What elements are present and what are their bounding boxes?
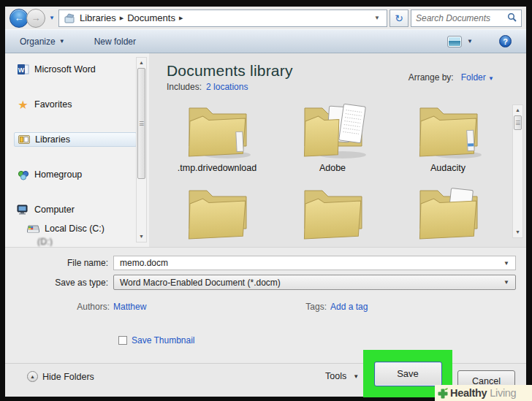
includes-label: Includes: [167, 82, 202, 92]
arrange-by-text: Folder [461, 72, 486, 83]
scroll-down-icon[interactable]: ▼ [515, 227, 520, 237]
authors-label: Authors: [5, 302, 113, 312]
breadcrumb-separator-icon[interactable]: ▶ [179, 15, 183, 21]
sidebar-item-libraries[interactable]: Libraries [14, 132, 137, 147]
sidebar-item-favorites[interactable]: ★ Favorites [14, 97, 137, 112]
folder-icon [297, 182, 368, 245]
hide-folders-label: Hide Folders [42, 372, 94, 382]
folder-item-partial[interactable] [159, 182, 275, 245]
help-icon[interactable]: ? [499, 35, 512, 47]
folder-item[interactable]: .tmp.drivedownload [159, 99, 275, 175]
new-folder-label: New folder [94, 37, 136, 47]
tags-label: Tags: [305, 302, 330, 312]
locations-link[interactable]: 2 locations [206, 82, 248, 92]
search-input[interactable]: Search Documents [411, 9, 522, 27]
save-button[interactable]: Save [374, 362, 442, 386]
folder-item-partial[interactable] [275, 182, 390, 245]
folder-name: .tmp.drivedownload [170, 162, 265, 175]
tools-button[interactable]: Tools ▼ [325, 371, 359, 381]
search-icon[interactable] [507, 12, 517, 24]
sidebar-item-label: Local Disc (C:) [45, 224, 104, 234]
breadcrumb-separator-icon[interactable]: ▶ [120, 15, 123, 21]
sidebar-scrollbar[interactable]: ▲ ☰ ▼ [136, 57, 147, 242]
scrollbar-thumb[interactable]: ☰ [137, 68, 145, 179]
watermark-bold-text: Healthy [450, 387, 487, 399]
arrange-by-label: Arrange by: [408, 72, 454, 83]
screenshot-frame: ← → ▼ Libraries ▶ Documents ▶ ▼ ↻ Search… [0, 0, 532, 401]
sidebar-item-label: Libraries [35, 134, 70, 145]
folder-icon [182, 99, 252, 162]
file-list-scrollbar[interactable]: ▲ ☰ ▼ [512, 104, 523, 238]
libraries-icon [18, 134, 30, 146]
homegroup-icon [17, 169, 29, 181]
computer-icon [17, 204, 29, 216]
breadcrumb-documents[interactable]: Documents [127, 12, 175, 23]
disk-drive-icon [27, 223, 39, 235]
sidebar-item-label: (D:) [37, 237, 53, 246]
refresh-button[interactable]: ↻ [390, 9, 408, 27]
arrange-by-value[interactable]: Folder ▼ [461, 72, 494, 83]
breadcrumb-libraries[interactable]: Libraries [80, 12, 116, 23]
save-thumbnail-checkbox[interactable] [118, 336, 127, 345]
folder-grid: .tmp.drivedownload [159, 99, 526, 245]
save-thumbnail-label: Save Thumbnail [132, 335, 195, 345]
folder-item-partial[interactable] [390, 182, 506, 245]
folder-name: Audacity [400, 162, 495, 175]
word-icon: W [17, 64, 29, 76]
svg-text:W: W [18, 66, 24, 74]
sidebar-item-homegroup[interactable]: Homegroup [14, 167, 137, 182]
save-dialog-window: ← → ▼ Libraries ▶ Documents ▶ ▼ ↻ Search… [5, 7, 526, 397]
forward-button[interactable]: → [26, 9, 45, 28]
address-row: ← → ▼ Libraries ▶ Documents ▶ ▼ ↻ Search… [5, 7, 526, 29]
hide-folders-button[interactable]: ▲ Hide Folders [27, 371, 94, 382]
command-toolbar: Organize ▼ New folder ▼ ? [5, 29, 526, 53]
tools-label: Tools [325, 371, 346, 381]
new-folder-button[interactable]: New folder [94, 37, 136, 47]
star-icon: ★ [17, 99, 29, 111]
scroll-up-icon[interactable]: ▲ [139, 58, 144, 68]
file-list-pane: Documents library Includes: 2 locations … [149, 53, 526, 247]
chevron-up-icon: ▲ [27, 371, 38, 382]
views-dropdown-icon[interactable]: ▼ [467, 38, 473, 45]
folder-with-documents-icon [413, 182, 483, 245]
sidebar-item-label: Computer [34, 205, 75, 215]
folder-with-documents-icon [297, 99, 368, 162]
add-a-tag-link[interactable]: Add a tag [330, 302, 368, 312]
save-options-panel: File name: memo.docm ▼ Save as type: Wor… [5, 247, 526, 363]
address-bar[interactable]: Libraries ▶ Documents ▶ ▼ [58, 9, 387, 27]
sidebar-item-local-disc-c[interactable]: Local Disc (C:) [24, 221, 147, 236]
history-dropdown-icon[interactable]: ▼ [49, 15, 55, 21]
chevron-down-icon: ▼ [353, 373, 359, 380]
scroll-up-icon[interactable]: ▲ [515, 105, 520, 115]
search-placeholder: Search Documents [416, 13, 507, 23]
sidebar-item-label: Favorites [34, 99, 72, 110]
folder-icon [413, 99, 483, 162]
folder-item[interactable]: Adobe [275, 99, 390, 175]
save-as-type-value: Word Macro-Enabled Document (*.docm) [120, 278, 503, 288]
save-as-type-label: Save as type: [5, 278, 113, 288]
watermark-light-text: Living [490, 387, 516, 399]
folder-icon [182, 182, 252, 245]
organize-button[interactable]: Organize ▼ [20, 37, 65, 47]
organize-label: Organize [20, 37, 56, 47]
file-name-value: memo.docm [120, 258, 503, 268]
authors-value[interactable]: Matthew [113, 302, 146, 312]
address-dropdown-icon[interactable]: ▼ [372, 15, 382, 21]
file-name-input[interactable]: memo.docm ▼ [113, 256, 516, 270]
chevron-down-icon[interactable]: ▼ [503, 260, 509, 267]
chevron-down-icon: ▼ [503, 279, 509, 286]
sidebar-item-computer[interactable]: Computer [14, 202, 137, 217]
green-cross-icon [437, 387, 449, 400]
folder-name: Adobe [285, 162, 380, 175]
save-label: Save [397, 368, 419, 379]
scrollbar-thumb[interactable]: ☰ [514, 115, 522, 130]
dialog-body: W Microsoft Word ★ Favorites Libraries [5, 53, 526, 247]
folder-item[interactable]: Audacity [390, 99, 506, 175]
sidebar-item-microsoft-word[interactable]: W Microsoft Word [14, 62, 137, 77]
change-view-icon[interactable] [448, 37, 461, 47]
chevron-down-icon: ▼ [59, 38, 65, 45]
save-as-type-select[interactable]: Word Macro-Enabled Document (*.docm) ▼ [113, 275, 516, 290]
sidebar-item-label: Homegroup [34, 169, 82, 180]
scroll-down-icon[interactable]: ▼ [139, 232, 144, 242]
library-icon [64, 12, 76, 24]
